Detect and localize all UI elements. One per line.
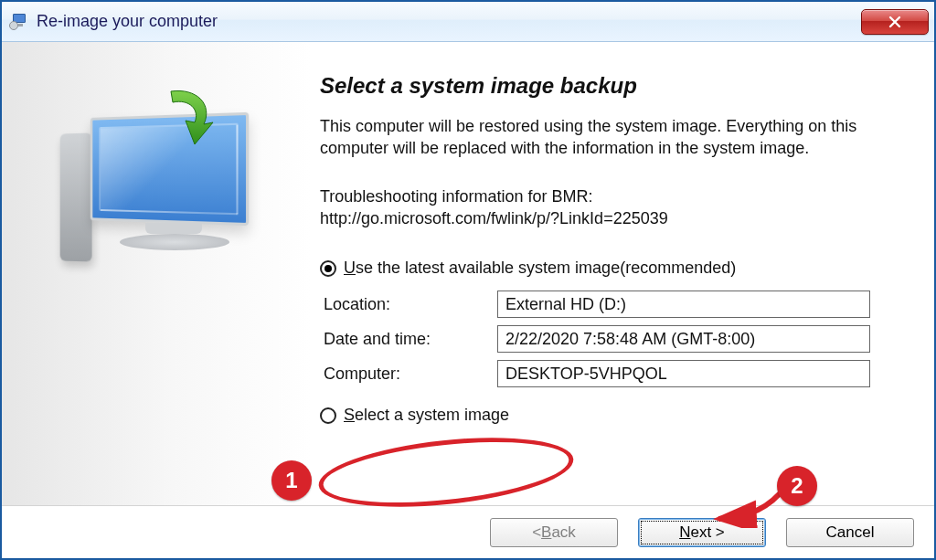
right-content-pane: Select a system image backup This comput… <box>311 42 934 505</box>
close-icon <box>888 15 902 29</box>
annotation-badge-1: 1 <box>271 460 312 501</box>
green-arrow-icon <box>153 84 217 148</box>
computer-value: DESKTOP-5VHPQOL <box>497 360 870 387</box>
next-button[interactable]: Next > <box>638 518 766 547</box>
computer-restore-illustration <box>47 68 266 269</box>
window-title: Re-image your computer <box>37 12 218 31</box>
computer-label: Computer: <box>324 365 497 384</box>
troubleshoot-link[interactable]: http://go.microsoft.com/fwlink/p/?LinkId… <box>320 207 905 229</box>
content-area: Select a system image backup This comput… <box>2 42 934 505</box>
radio-icon <box>320 260 336 277</box>
radio-icon <box>320 407 336 424</box>
datetime-label: Date and time: <box>324 330 497 349</box>
page-heading: Select a system image backup <box>320 73 905 99</box>
radio-select-image[interactable]: Select a system image <box>320 406 905 425</box>
location-label: Location: <box>324 295 497 314</box>
location-value: External HD (D:) <box>497 291 870 318</box>
annotation-badge-2: 2 <box>777 466 817 506</box>
close-button[interactable] <box>861 9 929 35</box>
radio-use-latest[interactable]: Use the latest available system image(re… <box>320 259 905 278</box>
troubleshoot-block: Troubleshooting information for BMR: htt… <box>320 185 905 230</box>
app-icon <box>9 12 29 32</box>
radio-select-image-label: Select a system image <box>344 406 509 425</box>
cancel-button[interactable]: Cancel <box>786 518 914 547</box>
description-text: This computer will be restored using the… <box>320 115 868 160</box>
troubleshoot-label: Troubleshooting information for BMR: <box>320 185 905 207</box>
latest-image-details: Location: External HD (D:) Date and time… <box>324 291 905 387</box>
wizard-footer: < Back Next > Cancel <box>2 505 934 558</box>
left-illustration-pane <box>2 42 311 505</box>
datetime-value: 2/22/2020 7:58:48 AM (GMT-8:00) <box>497 325 870 353</box>
radio-use-latest-label: Use the latest available system image(re… <box>344 259 736 278</box>
titlebar: Re-image your computer <box>2 2 934 42</box>
wizard-window: Re-image your computer <box>0 0 936 560</box>
back-button[interactable]: < Back <box>490 518 618 547</box>
